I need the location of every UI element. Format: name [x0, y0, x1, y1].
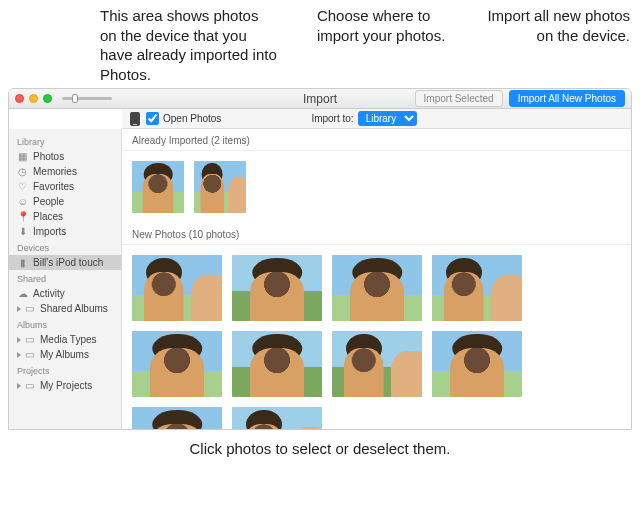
sidebar-item-shared-albums[interactable]: ▭Shared Albums — [9, 301, 121, 316]
sidebar-group-header: Library — [9, 133, 121, 149]
new-photos-header: New Photos (10 photos) — [122, 223, 631, 245]
heart-icon: ♡ — [17, 181, 28, 192]
import-options-bar: Open Photos Import to: Library — [122, 109, 631, 129]
sidebar-item-photos[interactable]: ▦Photos — [9, 149, 121, 164]
disclosure-triangle-icon[interactable] — [17, 337, 21, 343]
album-icon: ▭ — [24, 334, 35, 345]
sidebar-item-bill-s-ipod-touch[interactable]: ▮Bill's iPod touch — [9, 255, 121, 270]
clock-icon: ◷ — [17, 166, 28, 177]
sidebar-item-label: People — [33, 196, 64, 207]
person-icon: ☺ — [17, 196, 28, 207]
sidebar-item-activity[interactable]: ☁Activity — [9, 286, 121, 301]
pin-icon: 📍 — [17, 211, 28, 222]
sidebar-item-label: Favorites — [33, 181, 74, 192]
sidebar-group-header: Devices — [9, 239, 121, 255]
download-icon: ⬇ — [17, 226, 28, 237]
sidebar-item-people[interactable]: ☺People — [9, 194, 121, 209]
import-to-select[interactable]: Library — [358, 111, 417, 126]
photos-icon: ▦ — [17, 151, 28, 162]
photo-thumbnail[interactable] — [232, 407, 322, 429]
photo-thumbnail[interactable] — [132, 161, 184, 213]
new-photos-thumbs — [122, 245, 631, 429]
photo-thumbnail[interactable] — [132, 407, 222, 429]
window-controls — [15, 94, 52, 103]
annotation-import-all: Import all new photos on the device. — [480, 6, 630, 84]
photo-thumbnail[interactable] — [332, 255, 422, 321]
album-icon: ▭ — [24, 349, 35, 360]
album-icon: ▭ — [24, 380, 35, 391]
sidebar-group-header: Projects — [9, 362, 121, 378]
close-button[interactable] — [15, 94, 24, 103]
sidebar-item-label: Bill's iPod touch — [33, 257, 103, 268]
photo-thumbnail[interactable] — [432, 255, 522, 321]
photo-thumbnail[interactable] — [432, 331, 522, 397]
sidebar-item-label: Memories — [33, 166, 77, 177]
sidebar-item-label: My Projects — [40, 380, 92, 391]
sidebar-item-label: Imports — [33, 226, 66, 237]
photos-app-window: Import Import Selected Import All New Ph… — [8, 88, 632, 430]
thumbnail-size-slider[interactable] — [62, 97, 112, 100]
import-all-new-photos-button[interactable]: Import All New Photos — [509, 90, 625, 107]
photo-thumbnail[interactable] — [132, 255, 222, 321]
sidebar-item-label: Places — [33, 211, 63, 222]
disclosure-triangle-icon[interactable] — [17, 306, 21, 312]
sidebar-item-my-projects[interactable]: ▭My Projects — [9, 378, 121, 393]
already-imported-header: Already Imported (2 items) — [122, 129, 631, 151]
sidebar-group-header: Shared — [9, 270, 121, 286]
photo-thumbnail[interactable] — [232, 255, 322, 321]
import-selected-button[interactable]: Import Selected — [415, 90, 503, 107]
zoom-button[interactable] — [43, 94, 52, 103]
disclosure-triangle-icon[interactable] — [17, 383, 21, 389]
sidebar-item-imports[interactable]: ⬇Imports — [9, 224, 121, 239]
photo-thumbnail[interactable] — [194, 161, 246, 213]
photo-thumbnail[interactable] — [132, 331, 222, 397]
import-main-area: Already Imported (2 items) New Photos (1… — [122, 129, 631, 429]
sidebar-item-media-types[interactable]: ▭Media Types — [9, 332, 121, 347]
sidebar-item-memories[interactable]: ◷Memories — [9, 164, 121, 179]
window-title: Import — [303, 92, 337, 106]
cloud-icon: ☁ — [17, 288, 28, 299]
annotation-select-photos: Click photos to select or deselect them. — [0, 430, 640, 463]
import-to-label: Import to: — [311, 113, 353, 124]
sidebar-item-places[interactable]: 📍Places — [9, 209, 121, 224]
sidebar-item-label: Activity — [33, 288, 65, 299]
sidebar-group-header: Albums — [9, 316, 121, 332]
sidebar-item-label: Media Types — [40, 334, 97, 345]
sidebar-item-label: Shared Albums — [40, 303, 108, 314]
open-photos-label: Open Photos — [163, 113, 221, 124]
minimize-button[interactable] — [29, 94, 38, 103]
sidebar-item-label: My Albums — [40, 349, 89, 360]
photo-thumbnail[interactable] — [332, 331, 422, 397]
sidebar: Library▦Photos◷Memories♡Favorites☺People… — [9, 129, 122, 429]
annotation-import-to: Choose where to import your photos. — [317, 6, 450, 84]
ipod-icon: ▮ — [17, 257, 28, 268]
sidebar-item-favorites[interactable]: ♡Favorites — [9, 179, 121, 194]
disclosure-triangle-icon[interactable] — [17, 352, 21, 358]
already-imported-thumbs — [122, 151, 631, 223]
open-photos-checkbox[interactable] — [146, 112, 159, 125]
device-icon — [130, 112, 140, 126]
sidebar-item-my-albums[interactable]: ▭My Albums — [9, 347, 121, 362]
sidebar-item-label: Photos — [33, 151, 64, 162]
annotation-already-imported: This area shows photos on the device tha… — [100, 6, 277, 84]
window-titlebar: Import Import Selected Import All New Ph… — [9, 89, 631, 109]
photo-thumbnail[interactable] — [232, 331, 322, 397]
album-icon: ▭ — [24, 303, 35, 314]
